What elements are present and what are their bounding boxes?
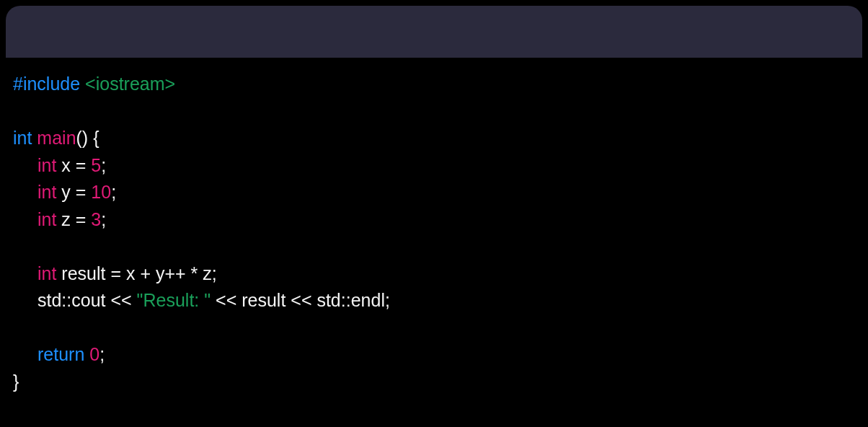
num-0: 0 xyxy=(89,344,99,364)
num-5: 5 xyxy=(91,155,101,175)
type-int-result: int xyxy=(37,263,56,283)
semi-return: ; xyxy=(99,344,105,364)
num-3: 3 xyxy=(91,209,101,229)
main-paren-brace: () { xyxy=(76,128,99,148)
num-10: 10 xyxy=(91,182,111,202)
return-keyword: return xyxy=(37,344,84,364)
string-result: "Result: " xyxy=(137,290,211,310)
type-int-x: int xyxy=(37,155,56,175)
include-header: <iostream> xyxy=(80,74,175,94)
func-main: main xyxy=(32,128,76,148)
code-container: #include <iostream> int main() { int x =… xyxy=(0,6,868,427)
semi-z: ; xyxy=(101,209,106,229)
var-z-decl: z = xyxy=(56,209,91,229)
var-x-decl: x = xyxy=(56,155,91,175)
cout-prefix: std::cout << xyxy=(37,290,137,310)
include-directive: include xyxy=(23,74,80,94)
cout-suffix: << result << std::endl; xyxy=(211,290,390,310)
type-int-y: int xyxy=(37,182,56,202)
semi-y: ; xyxy=(111,182,116,202)
type-int: int xyxy=(13,128,32,148)
code-block: #include <iostream> int main() { int x =… xyxy=(0,58,868,395)
semi-x: ; xyxy=(101,155,106,175)
type-int-z: int xyxy=(37,209,56,229)
preprocessor-hash: # xyxy=(13,74,23,94)
var-y-decl: y = xyxy=(56,182,91,202)
closing-brace: } xyxy=(13,371,19,392)
result-expr: result = x + y++ * z; xyxy=(56,263,216,283)
code-header-bar xyxy=(6,6,862,58)
